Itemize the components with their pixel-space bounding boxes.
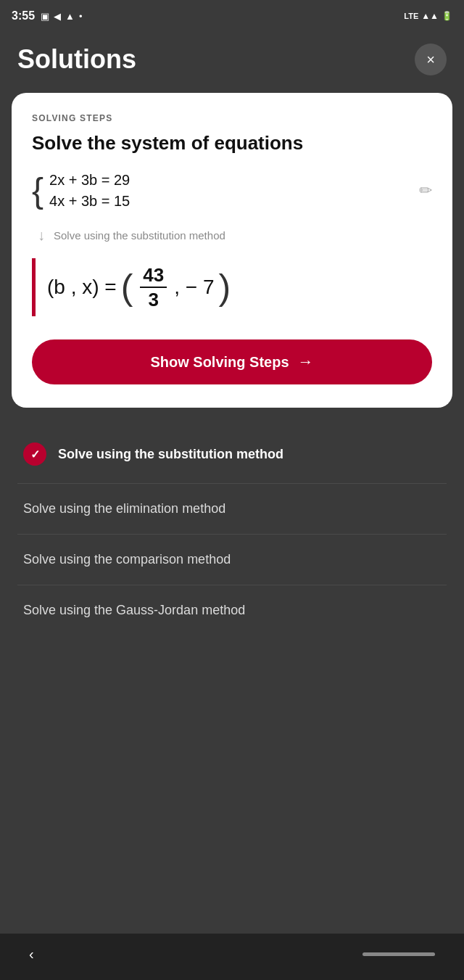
fraction-numerator: 43 — [140, 265, 167, 289]
show-solving-steps-button[interactable]: Show Solving Steps → — [32, 339, 432, 384]
home-indicator — [362, 952, 435, 956]
header: Solutions × — [0, 32, 464, 93]
method-item-substitution[interactable]: ✓ Solve using the substitution method — [17, 425, 447, 484]
method-hint-text: Solve using the substitution method — [54, 229, 225, 242]
show-steps-label: Show Solving Steps — [150, 354, 289, 371]
battery-icon: 🔋 — [442, 11, 452, 21]
method-item-elimination[interactable]: Solve using the elimination method — [17, 484, 447, 535]
fraction: 43 3 — [140, 265, 167, 310]
method-item-gauss-jordan[interactable]: Solve using the Gauss-Jordan method — [17, 585, 447, 635]
method-hint: ↓ Solve using the substitution method — [32, 227, 432, 244]
navigation-icon: ◀ — [54, 11, 61, 22]
signal-icon: ▲▲ — [421, 11, 439, 21]
clipboard-icon: ▣ — [41, 11, 49, 22]
status-bar: 3:55 ▣ ◀ ▲ • LTE ▲▲ 🔋 — [0, 0, 464, 32]
checkmark-icon: ✓ — [30, 448, 40, 461]
method-label-gauss-jordan: Solve using the Gauss-Jordan method — [23, 603, 245, 618]
arrow-down-icon: ↓ — [38, 227, 45, 244]
brace-icon: { — [32, 173, 44, 208]
edit-icon[interactable]: ✏ — [419, 181, 432, 200]
method-label-substitution: Solve using the substitution method — [58, 447, 283, 462]
equation-line-1: 2x + 3b = 29 — [49, 172, 130, 189]
method-label-elimination: Solve using the elimination method — [23, 501, 225, 516]
dot-icon: • — [79, 11, 83, 22]
result-container: (b , x) = ( 43 3 , − 7 ) — [32, 258, 432, 316]
solving-steps-label: SOLVING STEPS — [32, 113, 432, 123]
close-button[interactable]: × — [415, 44, 447, 75]
methods-container: ✓ Solve using the substitution method So… — [0, 413, 464, 647]
page-title: Solutions — [17, 44, 136, 75]
card-title: Solve the system of equations — [32, 132, 432, 155]
equation-system: { 2x + 3b = 29 4x + 3b = 15 — [32, 172, 130, 210]
close-paren: ) — [219, 269, 231, 305]
lte-label: LTE — [404, 12, 418, 20]
result-text: (b , x) = ( 43 3 , − 7 ) — [47, 265, 231, 310]
method-label-comparison: Solve using the comparison method — [23, 552, 231, 567]
status-right: LTE ▲▲ 🔋 — [404, 11, 452, 21]
check-circle: ✓ — [23, 442, 46, 466]
status-time: 3:55 — [12, 9, 35, 22]
equation-line-2: 4x + 3b = 15 — [49, 193, 130, 210]
equation-container: { 2x + 3b = 29 4x + 3b = 15 ✏ — [32, 172, 432, 210]
fraction-denominator: 3 — [146, 288, 162, 310]
open-paren: ( — [121, 269, 133, 305]
bottom-nav: ‹ — [0, 934, 464, 980]
solution-card: SOLVING STEPS Solve the system of equati… — [12, 93, 452, 408]
warning-icon: ▲ — [65, 11, 75, 22]
result-label-right: , − 7 — [174, 276, 214, 299]
back-button[interactable]: ‹ — [29, 946, 34, 963]
method-item-comparison[interactable]: Solve using the comparison method — [17, 535, 447, 585]
status-left: 3:55 ▣ ◀ ▲ • — [12, 9, 82, 22]
result-label-left: (b , x) = — [47, 276, 117, 299]
status-icons: ▣ ◀ ▲ • — [41, 11, 82, 22]
equations: 2x + 3b = 29 4x + 3b = 15 — [49, 172, 130, 210]
arrow-icon: → — [298, 353, 314, 371]
